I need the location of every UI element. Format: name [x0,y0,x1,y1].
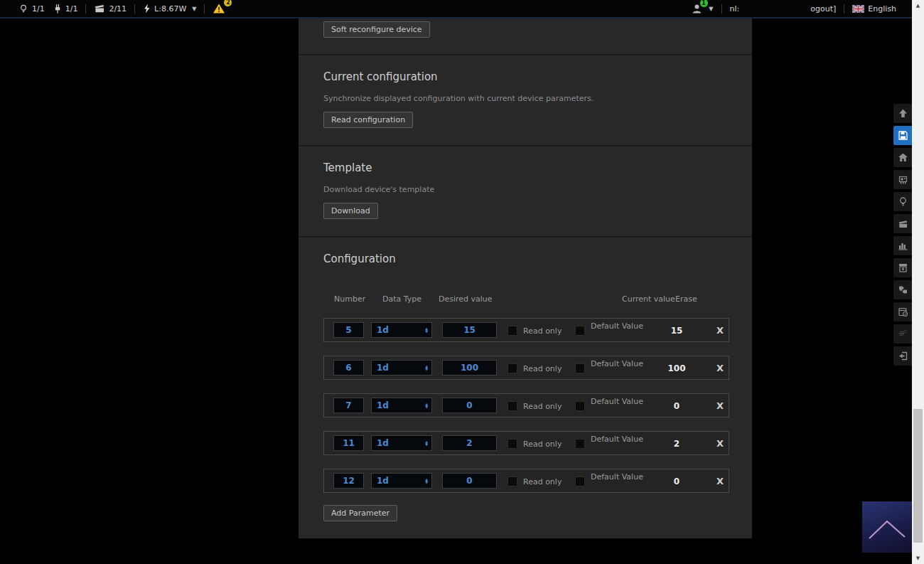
configuration-title: Configuration [323,252,396,265]
load-power-dropdown[interactable]: L:8.67W ▼ [143,4,196,14]
language-selector[interactable]: English [852,4,896,14]
select-spinner-icon: ▲▼ [425,403,431,408]
divider [204,4,205,14]
add-parameter-button[interactable]: Add Parameter [323,505,397,521]
section-divider [299,54,752,55]
data-type-select[interactable]: 1d ▲▼ [371,398,432,413]
parameter-row: 1d ▲▼ Read only Default Value 0 X [323,393,729,417]
scrollbar-down-arrow[interactable]: ▼ [912,553,924,564]
soft-reconfigure-button[interactable]: Soft reconfigure device [323,21,430,38]
erase-button[interactable]: X [712,400,728,411]
data-type-value: 1d [372,325,425,335]
data-type-select[interactable]: 1d ▲▼ [371,360,432,376]
scenes-status: 2/11 [94,4,127,14]
default-value-checkbox[interactable] [575,363,585,373]
settings-button[interactable] [893,324,913,344]
download-template-button[interactable]: Download [323,203,378,219]
plug-icon [53,4,62,14]
scrollbar-thumb[interactable] [913,409,923,543]
read-only-checkbox[interactable] [507,326,517,336]
default-value-checkbox[interactable] [575,401,585,411]
box-download-icon [898,262,908,273]
read-only-checkbox[interactable] [507,363,517,373]
parameter-row: 1d ▲▼ Read only Default Value 0 X [323,469,729,493]
schedule-button[interactable] [893,302,913,321]
plc-device-icon [898,174,908,185]
save-button[interactable] [893,126,913,145]
parameter-number-input[interactable] [333,398,364,413]
data-type-select[interactable]: 1d ▲▼ [371,473,432,489]
parameter-row: 1d ▲▼ Read only Default Value 15 X [323,318,729,342]
power-status: 1/1 [53,4,78,14]
data-type-select[interactable]: 1d ▲▼ [371,322,432,338]
current-configuration-title: Current configuration [323,70,438,83]
section-divider [299,145,752,147]
arrow-up-icon [898,108,908,119]
current-value: 15 [655,326,698,336]
read-only-checkbox[interactable] [507,401,517,411]
desired-value-input[interactable] [442,322,497,338]
brand-logo[interactable] [862,501,912,553]
scenes-button[interactable] [893,214,913,233]
template-title: Template [323,161,372,174]
lightbulb-icon [18,4,28,14]
logout-link[interactable]: ogout] [810,4,836,14]
plugins-button[interactable] [893,280,913,299]
read-only-label: Read only [523,440,562,449]
devices-button[interactable] [893,170,913,189]
data-type-value: 1d [372,400,425,410]
desired-value-input[interactable] [442,435,497,451]
default-value-label: Default Value [591,397,643,406]
header-current-value: Current value [622,294,675,304]
read-only-checkbox[interactable] [507,439,517,449]
load-power-label: L:8.67W [154,4,186,14]
statistics-button[interactable] [893,236,913,255]
scenes-ratio: 2/11 [109,4,127,14]
scrollbar-up-arrow[interactable]: ▲ [912,0,924,11]
top-status-bar: 1/1 1/1 2/11 L:8.67W ▼ 2 1 ▼ nl: [0,0,912,17]
erase-button[interactable]: X [712,325,728,336]
divider [844,4,844,14]
desired-value-input[interactable] [442,360,497,376]
archive-button[interactable] [893,258,913,277]
gears-icon [898,329,908,339]
lights-ratio: 1/1 [32,4,45,14]
home-icon [898,152,908,163]
desired-value-input[interactable] [442,473,497,489]
desired-value-input[interactable] [442,398,497,413]
calendar-check-icon [898,307,908,317]
clapperboard-icon [898,219,908,229]
scroll-top-button[interactable] [893,104,913,123]
read-only-label: Read only [523,477,562,486]
erase-button[interactable]: X [712,438,728,449]
select-spinner-icon: ▲▼ [425,365,431,371]
parameter-number-input[interactable] [333,360,364,376]
warnings-indicator[interactable]: 2 [213,3,225,14]
parameter-number-input[interactable] [333,322,364,338]
default-value-checkbox[interactable] [575,326,585,336]
erase-button[interactable]: X [712,363,728,373]
exit-icon [898,351,908,361]
default-value-label: Default Value [591,321,643,331]
logout-button[interactable] [893,346,913,366]
parameter-number-input[interactable] [333,473,364,489]
home-button[interactable] [893,148,913,167]
read-configuration-button[interactable]: Read configuration [323,112,413,128]
lights-status: 1/1 [18,4,45,14]
divider [721,4,722,14]
select-spinner-icon: ▲▼ [425,478,431,484]
warning-count-badge: 2 [224,0,232,6]
select-spinner-icon: ▲▼ [425,327,431,333]
parameter-number-input[interactable] [333,435,364,451]
user-menu[interactable]: 1 ▼ [692,4,713,14]
parameter-row: 1d ▲▼ Read only Default Value 100 X [323,356,729,380]
read-only-checkbox[interactable] [507,477,517,486]
current-value: 0 [655,401,698,411]
data-type-select[interactable]: 1d ▲▼ [371,435,432,451]
read-only-label: Read only [523,402,562,411]
default-value-checkbox[interactable] [575,439,585,449]
default-value-checkbox[interactable] [575,477,585,486]
lights-button[interactable] [893,192,913,211]
erase-button[interactable]: X [712,476,728,486]
current-value: 100 [655,363,698,373]
